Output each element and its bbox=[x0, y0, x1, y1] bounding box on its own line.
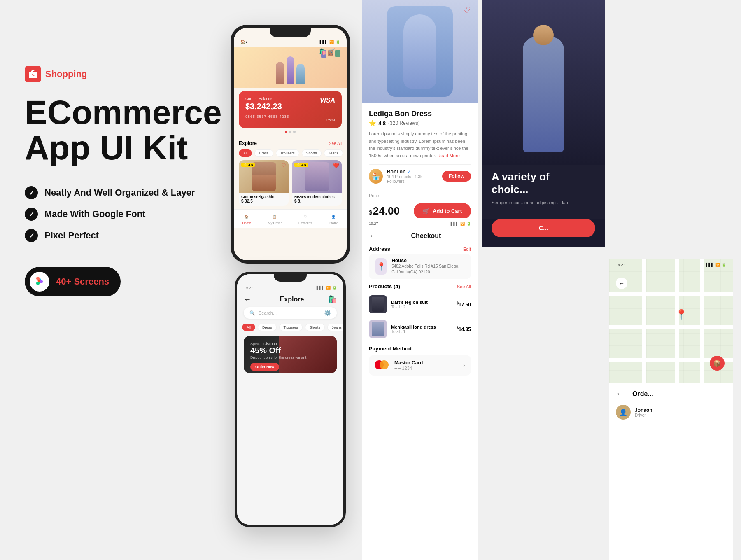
address-edit-link[interactable]: Edit bbox=[463, 247, 471, 252]
variety-text-section: A variety of choic... Semper in cur... n… bbox=[482, 162, 605, 219]
order-back-icon: ← bbox=[616, 390, 623, 398]
road-v-3 bbox=[700, 259, 704, 383]
checkout-back[interactable]: ← bbox=[369, 231, 376, 240]
brand-logo: Shopping bbox=[25, 66, 239, 82]
product-detail-title: Lediga Bon Dress bbox=[369, 110, 471, 118]
rating-value: 4.8 bbox=[378, 120, 386, 126]
hero-banner: 🛍️ 🛒 bbox=[234, 47, 347, 88]
road-h-2 bbox=[609, 325, 733, 329]
far-right-section: 19:27 A variety of choic... Semper in cu… bbox=[482, 0, 741, 560]
order-item-2: Menigasil long dress Total : 1 $14.35 bbox=[362, 317, 478, 341]
visa-card: Current Balance $3,242,23 9865 3567 4563… bbox=[239, 91, 342, 128]
explore-pill-jeans[interactable]: Jeans bbox=[327, 324, 343, 331]
map-pin-marker: 📍 bbox=[675, 309, 687, 320]
checkout-see-all[interactable]: See All bbox=[457, 284, 471, 289]
driver-name: Jonson bbox=[635, 407, 652, 413]
nav-home[interactable]: 🏠 Home bbox=[242, 213, 251, 225]
left-section: Shopping ECommerce App UI Kit Neatly And… bbox=[25, 66, 239, 296]
pin-bottom: 📦 bbox=[710, 356, 725, 371]
nav-profile[interactable]: 👤 Profile bbox=[329, 213, 338, 225]
product-description: Lorem Ipsum is simply dummy text of the … bbox=[369, 131, 471, 159]
road-v-1 bbox=[642, 259, 646, 383]
product-info-1: Cotton seziga shirt $ 32.5 bbox=[239, 193, 289, 206]
wishlist-icon[interactable]: ♡ bbox=[463, 5, 471, 16]
screens-text: 40+ Screens bbox=[56, 276, 109, 287]
pill-jeans[interactable]: Jeans bbox=[324, 149, 343, 157]
phone-bottom: 19:27 ▌▌▌ 🛜 🔋 ← Explore 🛍️ 🔍 Search... ⚙… bbox=[235, 272, 350, 527]
order-now-button[interactable]: Order Now bbox=[250, 363, 279, 371]
explore-pill-trousers[interactable]: Trousers bbox=[279, 324, 303, 331]
checkout-status-icons: ▌▌▌ 🛜 🔋 bbox=[451, 222, 471, 226]
order-item-1: Dart's legion suit Total : 2 $17.50 bbox=[362, 292, 478, 317]
order-track-panel: 📍 19:27 ▌▌▌ 🛜 🔋 ← 📦 ← Orde... 👤 bbox=[609, 259, 733, 560]
payment-name: Master Card bbox=[394, 360, 423, 366]
product-name-1: Cotton seziga shirt bbox=[241, 195, 286, 199]
products-count: Products (4) bbox=[369, 283, 400, 289]
nav-orders[interactable]: 📋 My Order bbox=[268, 213, 282, 225]
address-info: House 5482 Adobe Falls Rd #15 San Diego,… bbox=[391, 258, 464, 275]
order-title: Orde... bbox=[632, 390, 653, 398]
phone-frame-explore: 19:27 ▌▌▌ 🛜 🔋 ← Explore 🛍️ 🔍 Search... ⚙… bbox=[235, 272, 346, 527]
products-header: Products (4) See All bbox=[362, 279, 478, 292]
address-card: 📍 House 5482 Adobe Falls Rd #15 San Dieg… bbox=[369, 254, 471, 279]
product-price-2: $ 8. bbox=[294, 199, 339, 203]
map-back-button[interactable]: ← bbox=[616, 278, 627, 289]
heart-icon-1[interactable]: ♡ bbox=[282, 163, 286, 168]
heart-icon-2[interactable]: ❤️ bbox=[333, 163, 339, 168]
phone-time: 🏠7 bbox=[240, 40, 248, 44]
driver-avatar: 👤 bbox=[616, 405, 631, 420]
card-number: 9865 3567 4563 4235 bbox=[245, 114, 335, 119]
category-pills: All Dress Trousers Shorts Jeans bbox=[234, 148, 347, 159]
explore-nav: ← Explore 🛍️ bbox=[237, 293, 343, 307]
variety-person-figure bbox=[510, 12, 576, 152]
read-more-link[interactable]: Read More bbox=[437, 153, 459, 158]
discount-label: Special Discount bbox=[250, 342, 330, 346]
bottom-nav: 🏠 Home 📋 My Order ♡ Favorites 👤 Profile bbox=[234, 209, 347, 228]
home-icon: 🏠 bbox=[243, 213, 250, 220]
order-price-1: $17.50 bbox=[457, 301, 471, 308]
card-dot-2 bbox=[289, 131, 291, 133]
payment-method-card[interactable]: Master Card •••• 1234 › bbox=[369, 355, 471, 376]
explore-cart-icon[interactable]: 🛍️ bbox=[328, 295, 337, 304]
explore-pill-all[interactable]: All bbox=[242, 324, 255, 331]
card-container: Current Balance $3,242,23 9865 3567 4563… bbox=[234, 88, 347, 139]
cart-icon: 🛒 bbox=[423, 208, 429, 214]
checkout-time: 19:27 bbox=[369, 222, 378, 226]
nav-favorites[interactable]: ♡ Favorites bbox=[298, 213, 312, 225]
order-details-1: Dart's legion suit Total : 2 bbox=[391, 300, 428, 309]
explore-title: Explore bbox=[239, 140, 257, 146]
variety-image-bg bbox=[482, 0, 605, 165]
see-all-link[interactable]: See All bbox=[329, 141, 342, 146]
variety-cta-button[interactable]: C... bbox=[492, 219, 595, 237]
order-header: ← Orde... bbox=[616, 390, 726, 398]
phone-notch-2 bbox=[274, 274, 307, 282]
brand-name: Shopping bbox=[45, 69, 87, 79]
feature-3: Pixel Perfect bbox=[25, 229, 239, 242]
order-price-2: $14.35 bbox=[457, 326, 471, 332]
pill-shorts[interactable]: Shorts bbox=[302, 149, 322, 157]
filter-icon[interactable]: ⚙️ bbox=[324, 310, 331, 316]
screens-badge: 40+ Screens bbox=[25, 267, 121, 296]
product-rating: ⭐ 4.8 (320 Reviews) bbox=[369, 120, 471, 126]
search-bar[interactable]: 🔍 Search... ⚙️ bbox=[244, 307, 337, 319]
pill-dress[interactable]: Dress bbox=[254, 149, 273, 157]
order-qty-2: Total : 1 bbox=[391, 329, 436, 334]
product-badge-2: ⭐ 4.5 bbox=[294, 163, 308, 167]
explore-back[interactable]: ← bbox=[244, 295, 251, 304]
driver-info: Jonson Driver bbox=[635, 407, 652, 418]
product-name-2: Reza's modern clothes bbox=[294, 195, 339, 199]
explore-category-pills: All Dress Trousers Shorts Jeans bbox=[237, 322, 343, 333]
order-qty-1: Total : 2 bbox=[391, 305, 428, 309]
variety-cta-section: C... bbox=[482, 219, 605, 247]
pill-trousers[interactable]: Trousers bbox=[276, 149, 299, 157]
explore-pill-dress[interactable]: Dress bbox=[258, 324, 277, 331]
explore-pill-shorts[interactable]: Shorts bbox=[305, 324, 325, 331]
seller-meta: 104 Products · 1.3k Followers bbox=[387, 175, 438, 184]
checkout-header: ← Checkout bbox=[362, 227, 478, 244]
payment-info: Master Card •••• 1234 bbox=[394, 360, 423, 371]
follow-button[interactable]: Follow bbox=[442, 171, 471, 182]
add-to-cart-button[interactable]: 🛒 Add to Cart bbox=[414, 203, 471, 219]
address-name: House bbox=[391, 258, 464, 264]
pill-all[interactable]: All bbox=[239, 149, 252, 157]
address-detail: 5482 Adobe Falls Rd #15 San Diego, Calif… bbox=[391, 264, 464, 275]
